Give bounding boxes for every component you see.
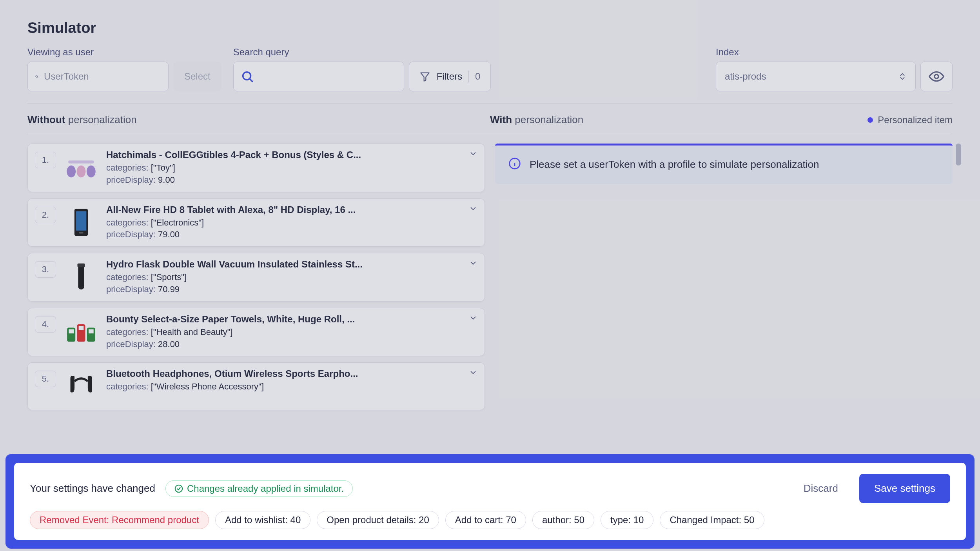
product-price: priceDisplay: 70.99 bbox=[106, 284, 477, 296]
index-value: atis-prods bbox=[725, 71, 766, 82]
result-card[interactable]: 2. All-New Fire HD 8 Tablet with Alexa, … bbox=[27, 198, 485, 247]
svg-point-5 bbox=[935, 75, 938, 78]
legend-dot bbox=[867, 117, 873, 123]
expand-chevron[interactable] bbox=[469, 368, 477, 379]
result-card[interactable]: 5. Bluetooth Headphones, Otium Wireless … bbox=[27, 362, 485, 410]
tag: Open product details: 20 bbox=[317, 511, 439, 529]
tag: type: 10 bbox=[601, 511, 653, 529]
rank-badge: 3. bbox=[35, 261, 56, 278]
svg-rect-13 bbox=[78, 264, 84, 290]
svg-rect-9 bbox=[68, 160, 94, 164]
svg-point-24 bbox=[175, 485, 182, 492]
changed-tags: Removed Event: Recommend product Add to … bbox=[30, 511, 950, 529]
user-token-input-wrap[interactable] bbox=[27, 62, 169, 91]
product-title: Hydro Flask Double Wall Vacuum Insulated… bbox=[106, 259, 477, 270]
product-thumb bbox=[63, 368, 99, 404]
svg-rect-11 bbox=[76, 211, 87, 230]
tag: Add to cart: 70 bbox=[445, 511, 526, 529]
status-pill: Changes already applied in simulator. bbox=[165, 480, 353, 497]
eye-icon bbox=[929, 69, 944, 84]
controls-row: Viewing as user Select Search query Filt… bbox=[27, 47, 953, 91]
product-categories: categories: ["Electronics"] bbox=[106, 217, 477, 229]
product-thumb bbox=[63, 149, 99, 185]
info-icon bbox=[508, 157, 521, 170]
filters-button[interactable]: Filters 0 bbox=[409, 62, 491, 91]
results-with-personalization: Please set a userToken with a profile to… bbox=[495, 144, 953, 434]
with-personalization-header: With personalization bbox=[490, 114, 583, 126]
info-text: Please set a userToken with a profile to… bbox=[530, 157, 939, 172]
svg-marker-4 bbox=[421, 73, 429, 81]
page-title: Simulator bbox=[27, 20, 953, 36]
svg-rect-14 bbox=[78, 264, 85, 267]
svg-line-1 bbox=[37, 77, 38, 78]
product-price: priceDisplay: 28.00 bbox=[106, 338, 477, 351]
tag-removed-event: Removed Event: Recommend product bbox=[30, 511, 209, 529]
results-without-personalization: 1. Hatchimals - CollEGGtibles 4-Pack + B… bbox=[27, 144, 485, 434]
product-title: Bounty Select-a-Size Paper Towels, White… bbox=[106, 314, 477, 325]
index-select[interactable]: atis-prods bbox=[716, 62, 916, 91]
rank-badge: 5. bbox=[35, 371, 56, 387]
svg-rect-19 bbox=[79, 326, 84, 330]
tag: Add to wishlist: 40 bbox=[215, 511, 310, 529]
product-thumb bbox=[63, 204, 99, 240]
product-title: Hatchimals - CollEGGtibles 4-Pack + Bonu… bbox=[106, 149, 477, 160]
expand-chevron[interactable] bbox=[469, 204, 477, 215]
svg-rect-12 bbox=[79, 232, 83, 233]
expand-chevron[interactable] bbox=[469, 314, 477, 325]
unsaved-changes-banner: Your settings have changed Changes alrea… bbox=[5, 454, 975, 549]
info-banner: Please set a userToken with a profile to… bbox=[495, 144, 953, 184]
result-card[interactable]: 4. Bounty Select-a-Size Paper Towels, Wh… bbox=[27, 308, 485, 356]
without-personalization-header: Without personalization bbox=[27, 114, 490, 126]
index-label: Index bbox=[716, 47, 953, 58]
expand-chevron[interactable] bbox=[469, 259, 477, 270]
svg-point-7 bbox=[77, 165, 86, 177]
search-query-input[interactable] bbox=[260, 71, 397, 82]
rank-badge: 1. bbox=[35, 152, 56, 168]
product-categories: categories: ["Wireless Phone Accessory"] bbox=[106, 381, 477, 393]
legend-label: Personalized item bbox=[878, 115, 953, 125]
filters-count: 0 bbox=[475, 71, 480, 82]
tag: Changed Impact: 50 bbox=[660, 511, 764, 529]
svg-rect-20 bbox=[89, 329, 94, 333]
product-price: priceDisplay: 9.00 bbox=[106, 174, 477, 186]
svg-rect-18 bbox=[69, 329, 74, 333]
discard-button[interactable]: Discard bbox=[793, 475, 849, 502]
check-circle-icon bbox=[174, 484, 183, 493]
filter-icon bbox=[419, 71, 430, 82]
search-icon bbox=[241, 70, 254, 83]
tag: author: 50 bbox=[532, 511, 594, 529]
rank-badge: 2. bbox=[35, 207, 56, 223]
product-title: All-New Fire HD 8 Tablet with Alexa, 8" … bbox=[106, 204, 477, 215]
select-arrows-icon bbox=[898, 71, 907, 82]
select-button[interactable]: Select bbox=[173, 62, 221, 91]
product-categories: categories: ["Toy"] bbox=[106, 162, 477, 174]
save-settings-button[interactable]: Save settings bbox=[859, 474, 950, 503]
divider bbox=[468, 71, 469, 82]
svg-line-3 bbox=[250, 79, 252, 82]
result-card[interactable]: 1. Hatchimals - CollEGGtibles 4-Pack + B… bbox=[27, 144, 485, 192]
search-icon bbox=[35, 71, 38, 82]
product-categories: categories: ["Health and Beauty"] bbox=[106, 326, 477, 338]
product-thumb bbox=[63, 259, 99, 295]
preview-button[interactable] bbox=[920, 62, 953, 91]
scrollbar[interactable] bbox=[956, 144, 961, 165]
filters-label: Filters bbox=[437, 71, 462, 82]
user-token-input[interactable] bbox=[44, 71, 161, 82]
expand-chevron[interactable] bbox=[469, 149, 477, 160]
svg-point-6 bbox=[67, 165, 76, 177]
product-title: Bluetooth Headphones, Otium Wireless Spo… bbox=[106, 368, 477, 379]
svg-point-8 bbox=[87, 165, 96, 177]
product-categories: categories: ["Sports"] bbox=[106, 271, 477, 284]
banner-title: Your settings have changed bbox=[30, 482, 155, 495]
search-query-label: Search query bbox=[233, 47, 491, 58]
viewing-as-user-label: Viewing as user bbox=[27, 47, 221, 58]
product-thumb bbox=[63, 314, 99, 350]
result-card[interactable]: 3. Hydro Flask Double Wall Vacuum Insula… bbox=[27, 253, 485, 302]
product-price: priceDisplay: 79.00 bbox=[106, 229, 477, 241]
search-query-input-wrap[interactable] bbox=[233, 62, 404, 91]
rank-badge: 4. bbox=[35, 316, 56, 333]
